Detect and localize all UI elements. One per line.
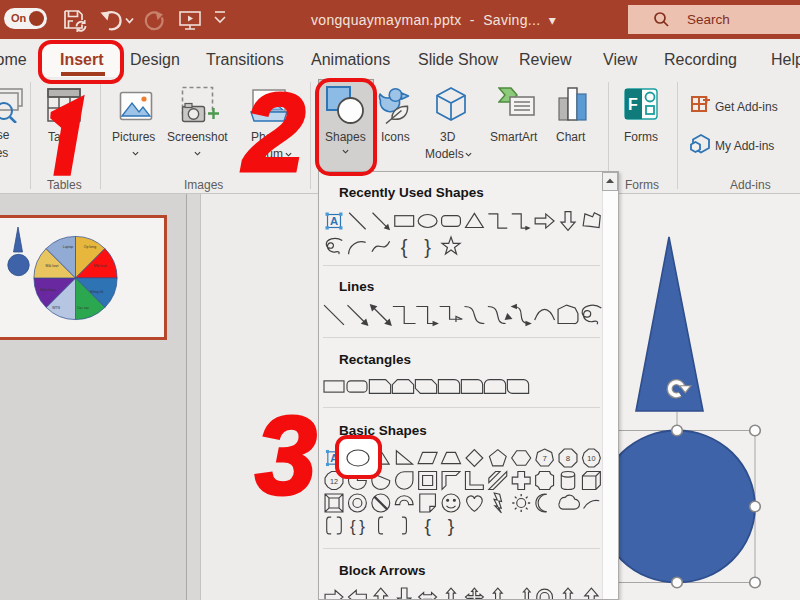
svg-text:Mất lượt: Mất lượt [46, 264, 59, 268]
svg-text:Mất lượt: Mất lượt [94, 264, 107, 268]
svg-text:Điện thoại: Điện thoại [40, 288, 56, 292]
svg-text:Đồng hồ: Đồng hồ [91, 290, 104, 294]
svg-text:WTN: WTN [52, 306, 60, 310]
svg-text:Laptop: Laptop [63, 245, 73, 249]
svg-text:Ốp lưng: Ốp lưng [84, 244, 96, 249]
svg-text:F: F [628, 96, 638, 113]
svg-text:Cục sạc: Cục sạc [77, 306, 90, 310]
